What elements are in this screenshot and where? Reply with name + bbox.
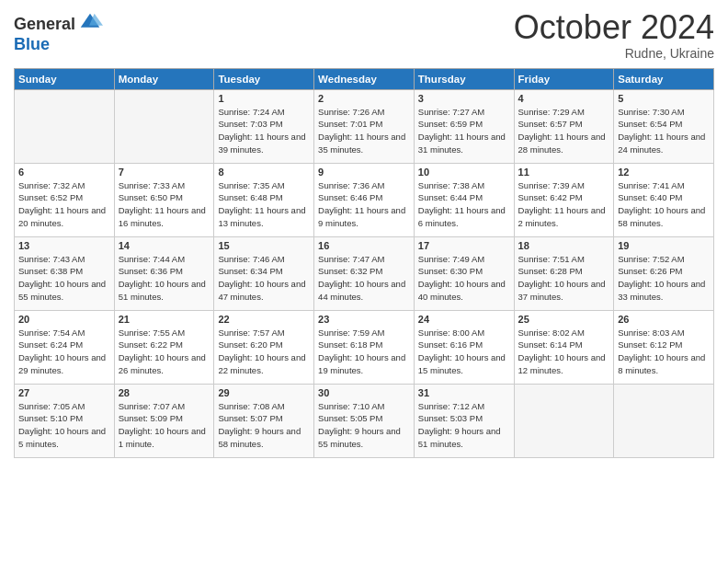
calendar-cell <box>514 384 614 457</box>
sunset-text: Sunset: 6:36 PM <box>119 266 183 276</box>
day-number: 18 <box>518 240 610 251</box>
header: General Blue October 2024 Rudne, Ukraine <box>14 9 714 61</box>
daylight-text: Daylight: 10 hours and 5 minutes. <box>18 426 106 449</box>
calendar-week-5: 27Sunrise: 7:05 AMSunset: 5:10 PMDayligh… <box>15 384 714 457</box>
day-number: 19 <box>618 240 710 251</box>
daylight-text: Daylight: 10 hours and 29 minutes. <box>18 352 106 375</box>
sunrise-text: Sunrise: 7:38 AM <box>418 180 484 190</box>
sunset-text: Sunset: 6:24 PM <box>18 339 83 350</box>
day-number: 14 <box>119 240 210 251</box>
daylight-text: Daylight: 11 hours and 16 minutes. <box>119 205 206 228</box>
calendar-week-3: 13Sunrise: 7:43 AMSunset: 6:38 PMDayligh… <box>15 236 714 310</box>
day-detail: Sunrise: 7:08 AMSunset: 5:07 PMDaylight:… <box>218 400 310 451</box>
sunrise-text: Sunrise: 7:05 AM <box>18 401 85 411</box>
daylight-text: Daylight: 11 hours and 35 minutes. <box>318 132 405 155</box>
day-number: 1 <box>218 93 310 104</box>
calendar-cell: 31Sunrise: 7:12 AMSunset: 5:03 PMDayligh… <box>414 384 514 457</box>
daylight-text: Daylight: 10 hours and 26 minutes. <box>119 352 206 375</box>
calendar-cell: 11Sunrise: 7:39 AMSunset: 6:42 PMDayligh… <box>514 163 614 236</box>
sunset-text: Sunset: 6:34 PM <box>218 266 282 276</box>
sunrise-text: Sunrise: 7:49 AM <box>418 254 484 264</box>
sunrise-text: Sunrise: 7:12 AM <box>418 401 484 411</box>
day-detail: Sunrise: 7:32 AMSunset: 6:52 PMDaylight:… <box>18 179 110 230</box>
sunset-text: Sunset: 6:18 PM <box>318 339 382 350</box>
logo-icon <box>77 10 103 36</box>
sunrise-text: Sunrise: 7:55 AM <box>119 327 185 338</box>
sunset-text: Sunset: 7:01 PM <box>318 119 382 129</box>
day-detail: Sunrise: 7:38 AMSunset: 6:44 PMDaylight:… <box>418 179 510 230</box>
sunset-text: Sunset: 7:03 PM <box>218 119 282 129</box>
day-number: 10 <box>418 167 510 178</box>
day-detail: Sunrise: 8:00 AMSunset: 6:16 PMDaylight:… <box>418 327 510 377</box>
day-number: 27 <box>18 387 110 398</box>
daylight-text: Daylight: 9 hours and 58 minutes. <box>218 426 301 449</box>
calendar-cell: 18Sunrise: 7:51 AMSunset: 6:28 PMDayligh… <box>514 236 614 310</box>
sunset-text: Sunset: 5:09 PM <box>119 413 183 423</box>
day-detail: Sunrise: 7:27 AMSunset: 6:59 PMDaylight:… <box>418 106 510 156</box>
day-detail: Sunrise: 7:54 AMSunset: 6:24 PMDaylight:… <box>18 327 110 377</box>
day-detail: Sunrise: 7:30 AMSunset: 6:54 PMDaylight:… <box>618 106 710 156</box>
sunset-text: Sunset: 5:03 PM <box>418 413 483 423</box>
location-subtitle: Rudne, Ukraine <box>514 46 714 61</box>
daylight-text: Daylight: 10 hours and 44 minutes. <box>318 279 405 302</box>
calendar-cell: 14Sunrise: 7:44 AMSunset: 6:36 PMDayligh… <box>114 236 214 310</box>
day-number: 8 <box>218 167 310 178</box>
sunset-text: Sunset: 6:32 PM <box>318 266 382 276</box>
daylight-text: Daylight: 10 hours and 58 minutes. <box>618 205 705 228</box>
col-header-wednesday: Wednesday <box>314 68 415 89</box>
sunrise-text: Sunrise: 7:41 AM <box>618 180 684 190</box>
daylight-text: Daylight: 10 hours and 33 minutes. <box>618 279 705 302</box>
day-number: 15 <box>218 240 310 251</box>
sunset-text: Sunset: 6:26 PM <box>618 266 682 276</box>
day-number: 6 <box>18 167 110 178</box>
logo-general-text: General <box>14 16 75 34</box>
sunset-text: Sunset: 6:42 PM <box>518 192 583 202</box>
day-number: 9 <box>318 167 410 178</box>
day-detail: Sunrise: 7:51 AMSunset: 6:28 PMDaylight:… <box>518 253 610 304</box>
sunrise-text: Sunrise: 7:27 AM <box>418 107 484 117</box>
calendar-table: SundayMondayTuesdayWednesdayThursdayFrid… <box>14 68 714 458</box>
day-detail: Sunrise: 7:43 AMSunset: 6:38 PMDaylight:… <box>18 253 110 304</box>
day-number: 3 <box>418 93 510 104</box>
sunset-text: Sunset: 6:20 PM <box>218 339 282 350</box>
day-number: 26 <box>618 314 710 325</box>
calendar-cell <box>114 89 214 163</box>
calendar-page: General Blue October 2024 Rudne, Ukraine… <box>0 0 728 563</box>
calendar-cell: 10Sunrise: 7:38 AMSunset: 6:44 PMDayligh… <box>414 163 514 236</box>
sunset-text: Sunset: 6:52 PM <box>18 192 83 202</box>
sunrise-text: Sunrise: 7:29 AM <box>518 107 585 117</box>
calendar-cell: 2Sunrise: 7:26 AMSunset: 7:01 PMDaylight… <box>314 89 415 163</box>
sunrise-text: Sunrise: 7:26 AM <box>318 107 384 117</box>
calendar-cell: 13Sunrise: 7:43 AMSunset: 6:38 PMDayligh… <box>15 236 115 310</box>
daylight-text: Daylight: 11 hours and 9 minutes. <box>318 205 405 228</box>
day-detail: Sunrise: 8:02 AMSunset: 6:14 PMDaylight:… <box>518 327 610 377</box>
sunset-text: Sunset: 6:44 PM <box>418 192 483 202</box>
calendar-cell: 9Sunrise: 7:36 AMSunset: 6:46 PMDaylight… <box>314 163 415 236</box>
sunrise-text: Sunrise: 7:51 AM <box>518 254 585 264</box>
calendar-cell: 24Sunrise: 8:00 AMSunset: 6:16 PMDayligh… <box>414 310 514 384</box>
day-detail: Sunrise: 7:24 AMSunset: 7:03 PMDaylight:… <box>218 106 310 156</box>
daylight-text: Daylight: 11 hours and 28 minutes. <box>518 132 606 155</box>
calendar-cell: 22Sunrise: 7:57 AMSunset: 6:20 PMDayligh… <box>214 310 314 384</box>
daylight-text: Daylight: 10 hours and 22 minutes. <box>218 352 305 375</box>
day-number: 30 <box>318 387 410 398</box>
sunrise-text: Sunrise: 8:03 AM <box>618 327 684 338</box>
day-number: 5 <box>618 93 710 104</box>
day-number: 11 <box>518 167 610 178</box>
daylight-text: Daylight: 11 hours and 24 minutes. <box>618 132 705 155</box>
day-number: 22 <box>218 314 310 325</box>
day-detail: Sunrise: 7:07 AMSunset: 5:09 PMDaylight:… <box>119 400 210 451</box>
day-detail: Sunrise: 7:46 AMSunset: 6:34 PMDaylight:… <box>218 253 310 304</box>
sunset-text: Sunset: 6:12 PM <box>618 339 682 350</box>
calendar-cell: 27Sunrise: 7:05 AMSunset: 5:10 PMDayligh… <box>15 384 115 457</box>
calendar-cell: 15Sunrise: 7:46 AMSunset: 6:34 PMDayligh… <box>214 236 314 310</box>
month-title: October 2024 <box>514 9 714 46</box>
day-detail: Sunrise: 7:10 AMSunset: 5:05 PMDaylight:… <box>318 400 410 451</box>
day-number: 31 <box>418 387 510 398</box>
daylight-text: Daylight: 11 hours and 31 minutes. <box>418 132 506 155</box>
sunrise-text: Sunrise: 7:59 AM <box>318 327 384 338</box>
sunset-text: Sunset: 6:22 PM <box>119 339 183 350</box>
calendar-cell: 17Sunrise: 7:49 AMSunset: 6:30 PMDayligh… <box>414 236 514 310</box>
calendar-cell: 12Sunrise: 7:41 AMSunset: 6:40 PMDayligh… <box>614 163 714 236</box>
daylight-text: Daylight: 11 hours and 39 minutes. <box>218 132 305 155</box>
